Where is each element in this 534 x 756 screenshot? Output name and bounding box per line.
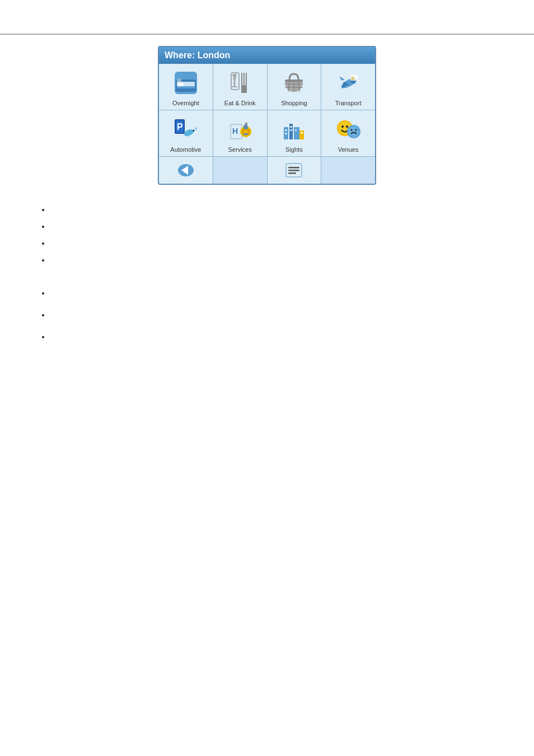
poi-cell-transport[interactable]: S Transport <box>321 64 375 110</box>
bullet-section-2 <box>34 284 500 345</box>
bullet-item <box>50 218 500 234</box>
sights-icon <box>279 115 308 144</box>
venues-label: Venues <box>338 146 359 153</box>
bullet-item <box>50 202 500 217</box>
svg-point-55 <box>355 129 357 131</box>
svg-rect-10 <box>243 73 245 85</box>
eatdrink-label: Eat & Drink <box>224 100 256 106</box>
poi-cell-overnight[interactable]: Overnight <box>159 64 213 110</box>
poi-cell-shopping[interactable]: Shopping <box>268 64 321 110</box>
poi-panel-title: Where: London <box>165 50 230 60</box>
automotive-icon: P <box>171 115 200 144</box>
automotive-label: Automotive <box>170 146 201 153</box>
poi-cell-automotive[interactable]: P Automotive <box>159 110 213 156</box>
svg-rect-11 <box>246 73 247 85</box>
poi-panel-header: Where: London <box>159 47 375 64</box>
services-icon: H <box>226 115 255 144</box>
venues-icon <box>334 115 363 144</box>
bullet-item <box>50 235 500 251</box>
svg-rect-44 <box>290 129 292 131</box>
svg-rect-7 <box>233 82 235 86</box>
poi-cell-services[interactable]: H Services <box>213 110 267 156</box>
bullet-item <box>50 284 500 302</box>
shopping-icon <box>279 68 308 97</box>
svg-point-29 <box>193 130 194 132</box>
svg-rect-9 <box>241 73 242 85</box>
shopping-label: Shopping <box>281 100 307 106</box>
svg-rect-4 <box>178 83 184 87</box>
svg-text:H: H <box>232 127 238 136</box>
bullet-item <box>50 306 500 324</box>
svg-rect-41 <box>285 129 287 131</box>
svg-marker-6 <box>232 74 237 82</box>
svg-rect-47 <box>301 132 303 134</box>
svg-point-54 <box>351 129 353 131</box>
bullet-list-2 <box>50 284 500 345</box>
svg-rect-43 <box>290 126 292 128</box>
page-content: Where: London <box>0 46 534 345</box>
overnight-icon <box>171 68 200 97</box>
svg-rect-45 <box>295 129 297 131</box>
transport-label: Transport <box>335 100 362 106</box>
svg-rect-12 <box>241 85 247 93</box>
svg-point-53 <box>348 126 359 137</box>
overnight-label: Overnight <box>172 100 199 106</box>
svg-point-50 <box>341 125 344 128</box>
svg-rect-8 <box>232 86 237 87</box>
poi-cell-eatdrink[interactable]: Eat & Drink <box>213 64 267 110</box>
svg-point-35 <box>244 130 247 133</box>
svg-rect-59 <box>288 167 299 169</box>
bullet-item <box>50 328 500 346</box>
poi-nav-row <box>159 157 375 184</box>
transport-icon: S <box>334 68 363 97</box>
poi-grid-row2: P Automotive H <box>159 110 375 157</box>
top-divider <box>0 34 534 35</box>
poi-cell-venues[interactable]: Venues <box>321 110 375 156</box>
bullet-section-1 <box>34 202 500 268</box>
svg-marker-23 <box>339 76 345 81</box>
svg-rect-40 <box>294 127 299 139</box>
svg-text:S: S <box>351 76 354 81</box>
poi-panel: Where: London <box>158 46 376 185</box>
bullet-item <box>50 252 500 268</box>
nav-empty-1 <box>213 157 267 184</box>
svg-rect-61 <box>288 172 296 174</box>
svg-point-51 <box>346 125 348 128</box>
svg-rect-14 <box>285 80 303 82</box>
poi-cell-sights[interactable]: Sights <box>268 110 321 156</box>
eatdrink-icon <box>226 68 255 97</box>
svg-text:P: P <box>177 122 183 132</box>
nav-list-button[interactable] <box>268 157 321 184</box>
svg-rect-42 <box>285 133 287 134</box>
svg-rect-60 <box>288 170 299 171</box>
sights-label: Sights <box>285 146 303 153</box>
services-label: Services <box>228 146 252 153</box>
nav-empty-2 <box>321 157 375 184</box>
bullet-list-1 <box>50 202 500 268</box>
svg-rect-5 <box>177 86 195 88</box>
nav-back-button[interactable] <box>159 157 213 184</box>
svg-point-37 <box>243 125 248 129</box>
poi-grid-row1: Overnight <box>159 64 375 110</box>
